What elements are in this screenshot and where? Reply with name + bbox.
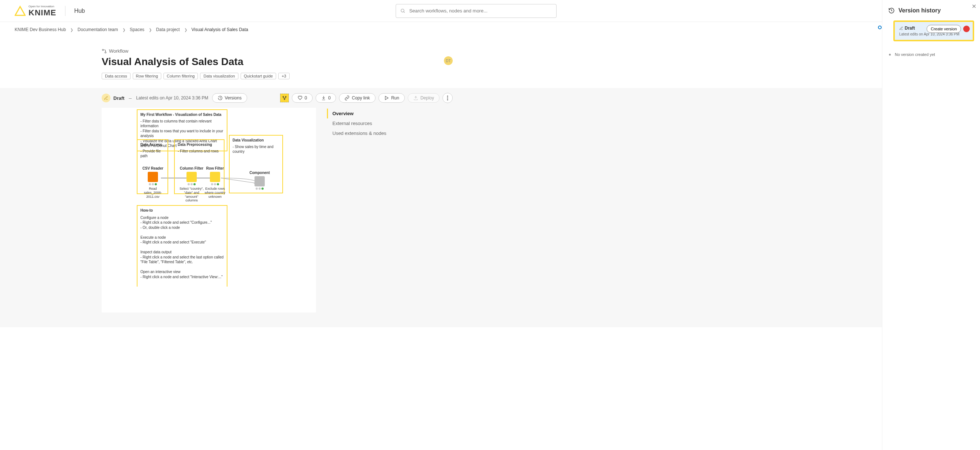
history-icon (218, 95, 223, 100)
more-button[interactable] (442, 93, 453, 103)
crumb-spaces[interactable]: Spaces (130, 27, 145, 32)
node-column-filter[interactable]: Column Filter Select "country", "date" a… (178, 166, 205, 202)
chevron-right-icon: ❯ (70, 28, 73, 32)
page-title: Visual Analysis of Sales Data (102, 56, 391, 68)
side-nav-overview[interactable]: Overview (327, 108, 386, 118)
node-row-filter[interactable]: Row Filter Exclude rows where country un… (202, 166, 228, 199)
user-avatar (963, 25, 970, 32)
deploy-button: Deploy (408, 93, 439, 103)
create-version-button[interactable]: Create version (927, 25, 961, 33)
svg-point-6 (285, 96, 286, 97)
svg-point-9 (447, 96, 448, 97)
svg-marker-8 (385, 96, 388, 99)
svg-point-1 (401, 9, 404, 12)
timeline-bullet (878, 25, 881, 29)
workflow-type-label: Workflow (109, 48, 128, 54)
svg-point-7 (284, 99, 285, 99)
search-input[interactable] (409, 8, 552, 14)
svg-point-11 (447, 99, 448, 100)
close-icon[interactable]: ✕ (972, 3, 976, 10)
workflow-canvas[interactable]: My First Workflow - Visualization of Sal… (102, 108, 316, 313)
svg-point-4 (105, 52, 107, 53)
divider (65, 6, 65, 16)
copy-link-button[interactable]: Copy link (339, 93, 375, 103)
draft-version-card[interactable]: Draft Latest edits on Apr 10, 2024 3:36 … (893, 21, 974, 41)
no-version-message: No version created yet (895, 52, 974, 57)
topbar: Open for Innovation KNIME Hub (0, 0, 882, 22)
workflow-thumbnail-button[interactable] (280, 94, 289, 102)
breadcrumb: KNIME Dev Business Hub ❯ Documentation t… (0, 22, 882, 37)
knime-logo-icon (14, 5, 25, 16)
node-component[interactable]: Component (247, 171, 273, 190)
play-icon (384, 95, 389, 100)
crumb-hub[interactable]: KNIME Dev Business Hub (14, 27, 66, 32)
like-button[interactable]: 0 (292, 93, 313, 103)
crumb-project[interactable]: Data project (156, 27, 180, 32)
svg-point-5 (283, 96, 283, 97)
crumb-current: Visual Analysis of Sales Data (192, 27, 248, 32)
more-vertical-icon (447, 95, 448, 100)
page-header: Workflow Visual Analysis of Sales Data D… (102, 37, 391, 88)
tag-more[interactable]: +3 (278, 73, 290, 80)
side-nav-external[interactable]: External resources (327, 118, 386, 128)
dash: – (129, 95, 132, 101)
pencil-icon (899, 26, 903, 30)
tag[interactable]: Row filtering (133, 73, 162, 80)
svg-marker-0 (15, 6, 25, 15)
svg-point-3 (102, 49, 104, 51)
crumb-team[interactable]: Documentation team (78, 27, 118, 32)
logo[interactable]: Open for Innovation KNIME (14, 5, 56, 17)
hub-label: Hub (74, 8, 85, 14)
draft-label: Draft (113, 95, 124, 101)
logo-tagline: Open for Innovation (29, 5, 56, 8)
download-button[interactable]: 0 (316, 93, 336, 103)
tag[interactable]: Data access (102, 73, 130, 80)
node-csv-reader[interactable]: CSV Reader Read sales_2008-2011.csv (140, 166, 166, 199)
version-history-panel: ✕ Version history Draft Latest edits on … (882, 0, 980, 450)
deploy-icon (413, 95, 418, 100)
tag[interactable]: Quickstart guide (240, 73, 276, 80)
logo-name: KNIME (29, 9, 56, 17)
version-history-title: Version history (899, 7, 941, 14)
author-avatar[interactable]: DT (444, 56, 453, 65)
toolbar: Draft – Latest edits on Apr 10, 2024 3:3… (0, 88, 882, 108)
chevron-right-icon: ❯ (123, 28, 126, 32)
link-icon (344, 95, 350, 100)
svg-line-2 (404, 11, 405, 13)
heart-icon (297, 95, 302, 100)
history-icon (888, 7, 895, 14)
side-nav-extensions[interactable]: Used extensions & nodes (327, 128, 386, 138)
tag[interactable]: Data visualization (200, 73, 238, 80)
draft-icon (102, 94, 110, 102)
annotation-howto: How-to Configure a node - Right click a … (137, 205, 228, 286)
svg-point-10 (447, 98, 448, 99)
search-box[interactable] (396, 4, 557, 18)
side-nav: Overview External resources Used extensi… (327, 108, 386, 313)
search-icon (401, 8, 406, 14)
chevron-right-icon: ❯ (184, 28, 187, 32)
download-icon (321, 95, 326, 100)
chevron-right-icon: ❯ (149, 28, 152, 32)
run-button[interactable]: Run (379, 93, 405, 103)
edits-timestamp: Latest edits on Apr 10, 2024 3:36 PM (136, 95, 208, 100)
workflow-icon (102, 49, 107, 54)
versions-button[interactable]: Versions (212, 93, 247, 103)
tag[interactable]: Column filtering (164, 73, 198, 80)
